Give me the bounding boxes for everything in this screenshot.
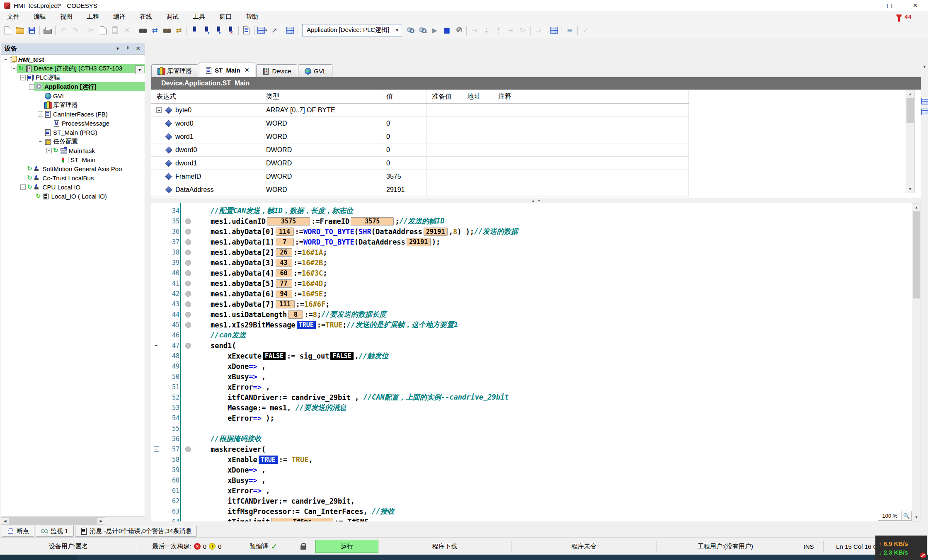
breakpoint-slot-icon[interactable]: [185, 343, 191, 349]
expander-icon[interactable]: −: [20, 75, 26, 80]
menu-文件[interactable]: 文件: [0, 11, 27, 22]
bottom-tab-断点[interactable]: 断点: [2, 526, 34, 537]
editor-splitter[interactable]: ▲▼: [151, 198, 921, 203]
table-row[interactable]: FrameIDDWORD3575: [151, 170, 689, 183]
menu-帮助[interactable]: 帮助: [239, 11, 265, 22]
step-over-button[interactable]: ⇢: [469, 24, 480, 36]
copy-button[interactable]: [97, 24, 109, 36]
replace-in-project-button[interactable]: ⇄: [173, 24, 184, 36]
menu-在线[interactable]: 在线: [133, 11, 159, 22]
table-row[interactable]: dword0DWORD0: [151, 143, 689, 157]
flow-control-button[interactable]: ≡: [564, 24, 575, 36]
breakpoint-slot-icon[interactable]: [185, 250, 191, 255]
column-header-表达式[interactable]: 表达式: [151, 90, 261, 103]
expander-icon[interactable]: −: [38, 139, 43, 144]
code-line[interactable]: 39mes1.abyData[3]43:=16#2B;: [151, 257, 912, 268]
bottom-tab-消息 -[interactable]: 消息 -总计0个错误,0个警告,34条消息: [75, 526, 197, 537]
scroll-down-icon[interactable]: ▼: [912, 514, 921, 521]
set-next-statement-button[interactable]: ⇒: [533, 24, 544, 36]
active-application-selector[interactable]: Application [Device: PLC逻辑] ▼: [302, 24, 402, 36]
st-code-editor[interactable]: 34//配置CAN发送，帧ID，数据，长度，标志位35mes1.udiCanID…: [151, 203, 912, 521]
step-out-button[interactable]: ⇡: [493, 24, 504, 36]
expander-icon[interactable]: −: [38, 112, 43, 117]
step-into-button[interactable]: ⇣: [481, 24, 492, 36]
breakpoint-slot-icon[interactable]: [185, 446, 191, 452]
tab-ST_Main[interactable]: ST_Main✕: [199, 63, 255, 77]
code-line[interactable]: 51xError=> ,: [151, 382, 912, 392]
code-line[interactable]: 38mes1.abyData[2]26:=16#1A;: [151, 247, 912, 257]
save-button[interactable]: [26, 24, 37, 36]
expander-icon[interactable]: −: [46, 148, 52, 153]
code-line[interactable]: 49xDone=> ,: [151, 361, 912, 371]
declaration-view-icon[interactable]: [921, 109, 928, 115]
table-row[interactable]: DataAddressWORD29191: [151, 183, 689, 196]
table-row[interactable]: +byte0ARRAY [0..7] OF BYTE: [151, 104, 689, 117]
panel-splitter[interactable]: [146, 41, 151, 526]
column-header-类型[interactable]: 类型: [261, 90, 381, 103]
editor-vscrollbar[interactable]: ▲ ▼: [912, 203, 921, 521]
new-object-button[interactable]: ▾: [257, 24, 268, 36]
code-line[interactable]: 58xEnableTRUE:= TRUE,: [151, 454, 912, 465]
menu-工具[interactable]: 工具: [186, 11, 212, 22]
pin-icon[interactable]: [126, 46, 130, 51]
code-line[interactable]: 35mes1.udiCanID3575:=FrameID3575;//发送的帧I…: [151, 216, 912, 226]
tree-item-GVL[interactable]: GVL: [1, 91, 145, 100]
column-header-注释[interactable]: 注释: [493, 90, 689, 103]
code-line[interactable]: −57maskreceiver(: [151, 444, 912, 454]
scroll-up-icon[interactable]: ▲: [912, 204, 921, 211]
breakpoints-button[interactable]: [548, 24, 560, 36]
force-values-button[interactable]: ✓: [580, 24, 591, 36]
scroll-up-icon[interactable]: ▲: [906, 90, 914, 98]
breakpoint-slot-icon[interactable]: [185, 312, 191, 318]
tree-item-Co-Trust-LocalBus[interactable]: ↻Co-Trust LocalBus: [1, 173, 145, 182]
tree-item-Local-IO-Local-IO-[interactable]: ↻Local_IO ( Local IO): [1, 192, 145, 201]
code-line[interactable]: 54eError=> );: [151, 413, 912, 423]
tree-item-CPU-Local-IO[interactable]: −↻CPU Local IO: [1, 182, 145, 192]
menu-工程[interactable]: 工程: [80, 11, 106, 22]
cut-button[interactable]: ✂: [85, 24, 97, 36]
tree-item-ST-Main-PRG-[interactable]: ST_Main (PRG): [1, 128, 145, 137]
clear-bookmarks-button[interactable]: ✕: [225, 24, 236, 36]
code-line[interactable]: 46//can发送: [151, 330, 912, 340]
code-line[interactable]: 40mes1.abyData[4]60:=16#3C;: [151, 268, 912, 278]
code-line[interactable]: 36mes1.abyData[0]114:=WORD_TO_BYTE(SHR(D…: [151, 226, 912, 237]
scroll-left-icon[interactable]: ◀: [1, 518, 9, 524]
login-button[interactable]: [405, 24, 416, 36]
collapse-icon[interactable]: −: [154, 343, 159, 348]
code-line[interactable]: 50xBusy=> ,: [151, 371, 912, 382]
menu-窗口[interactable]: 窗口: [212, 11, 239, 22]
tab-Device[interactable]: Device: [256, 64, 297, 77]
filter-funnel-icon[interactable]: [896, 15, 902, 19]
column-header-值[interactable]: 值: [381, 90, 427, 103]
breakpoint-slot-icon[interactable]: [185, 281, 191, 286]
tree-item-MainTask[interactable]: −↻MainTask: [1, 146, 145, 155]
code-line[interactable]: 42mes1.abyData[6]94:=16#5E;: [151, 288, 912, 299]
code-line[interactable]: 53Message:= mes1, //要发送的消息: [151, 402, 912, 413]
breakpoint-slot-icon[interactable]: [185, 301, 191, 307]
redo-button[interactable]: ↷: [70, 24, 81, 36]
tree-item-Application-运行-[interactable]: −Application [运行]: [1, 82, 145, 91]
single-cycle-button[interactable]: ↻: [517, 24, 528, 36]
code-line[interactable]: 44mes1.usiDataLength8:=8;//要发送的数据长度: [151, 309, 912, 320]
tab-close-icon[interactable]: ✕: [245, 67, 250, 73]
code-line[interactable]: 59xDone=> ,: [151, 465, 912, 475]
code-line[interactable]: 64tTimeLimitT#5ms:= T#5MS: [151, 516, 912, 521]
tree-item-PLC逻辑[interactable]: −PLC逻辑: [1, 73, 145, 82]
code-line[interactable]: 63itfMsgProcessor:= Can_InterFaces, //接收: [151, 506, 912, 516]
next-bookmark-button[interactable]: ▸: [213, 24, 224, 36]
tab-GVL[interactable]: GVL: [298, 64, 332, 77]
menu-编辑[interactable]: 编辑: [27, 11, 53, 22]
find-button[interactable]: [137, 24, 148, 36]
build-button[interactable]: [284, 24, 296, 36]
bottom-tab-监视 1[interactable]: 监视 1: [36, 526, 74, 537]
code-line[interactable]: 34//配置CAN发送，帧ID，数据，长度，标志位: [151, 206, 912, 216]
replace-button[interactable]: ⇄: [149, 24, 160, 36]
code-line[interactable]: 41mes1.abyData[5]77:=16#4D;: [151, 278, 912, 288]
close-button[interactable]: ✕: [902, 0, 928, 11]
code-line[interactable]: −47send1(: [151, 340, 912, 351]
tree-item-ProcessMessage[interactable]: ProcessMessage: [1, 119, 145, 128]
code-line[interactable]: 62itfCANDriver:= candrive_29bit,: [151, 496, 912, 506]
menu-调试[interactable]: 调试: [159, 11, 186, 22]
logout-button[interactable]: ✕: [417, 24, 428, 36]
code-line[interactable]: 60xBusy=> ,: [151, 475, 912, 485]
